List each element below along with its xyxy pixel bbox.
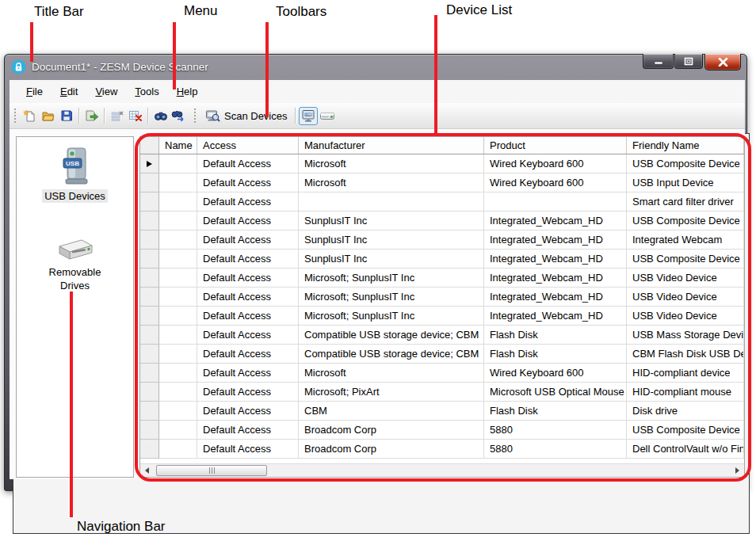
cell-manufacturer[interactable]: Microsoft; PixArt: [299, 383, 484, 402]
cell-friendly-name[interactable]: Integrated Webcam: [627, 230, 744, 250]
cell-name[interactable]: [159, 326, 197, 345]
scrollbar-thumb[interactable]: [156, 465, 267, 476]
cell-friendly-name[interactable]: Disk drive: [627, 402, 744, 421]
cell-friendly-name[interactable]: USB Video Device: [627, 269, 744, 288]
cell-product[interactable]: Integrated_Webcam_HD: [484, 211, 627, 230]
cell-friendly-name[interactable]: USB Composite Device: [627, 154, 744, 173]
cell-manufacturer[interactable]: [299, 192, 484, 211]
cell-manufacturer[interactable]: SunplusIT Inc: [299, 211, 484, 230]
table-row[interactable]: Default AccessMicrosoft; PixArtMicrosoft…: [140, 383, 744, 402]
cell-friendly-name[interactable]: HID-compliant mouse: [627, 383, 744, 402]
cell-friendly-name[interactable]: Dell ControlVault w/o Fin: [627, 440, 744, 459]
table-row[interactable]: Default AccessSunplusIT IncIntegrated_We…: [140, 250, 744, 269]
cell-product[interactable]: Microsoft USB Optical Mouse: [484, 383, 627, 402]
cell-manufacturer[interactable]: Broadcom Corp: [299, 421, 484, 440]
cell-access[interactable]: Default Access: [197, 307, 299, 326]
cell-friendly-name[interactable]: HID-compliant device: [627, 364, 744, 383]
table-row[interactable]: Default AccessMicrosoftWired Keyboard 60…: [140, 154, 744, 173]
cell-friendly-name[interactable]: Smart card filter driver: [627, 192, 744, 211]
cell-manufacturer[interactable]: Microsoft: [299, 173, 484, 192]
minimize-button[interactable]: [643, 54, 674, 69]
title-bar[interactable]: Document1* - ZESM Device Scanner: [4, 54, 747, 80]
cell-access[interactable]: Default Access: [197, 440, 299, 459]
cell-name[interactable]: [159, 440, 197, 459]
cell-friendly-name[interactable]: USB Composite Device: [627, 211, 744, 230]
header-friendly-name[interactable]: Friendly Name: [627, 137, 744, 154]
cell-name[interactable]: [159, 364, 197, 383]
table-row[interactable]: Default AccessMicrosoftWired Keyboard 60…: [140, 364, 744, 383]
find-button[interactable]: [151, 107, 170, 125]
row-selector[interactable]: [140, 326, 159, 345]
table-row[interactable]: Default AccessCBMFlash DiskDisk drive: [140, 402, 744, 421]
new-document-button[interactable]: [21, 107, 39, 125]
cell-name[interactable]: [159, 250, 197, 269]
row-selector[interactable]: [140, 211, 159, 230]
cell-friendly-name[interactable]: USB Video Device: [627, 307, 744, 326]
horizontal-scrollbar[interactable]: [140, 463, 744, 477]
cell-manufacturer[interactable]: Compatible USB storage device; CBM: [299, 345, 484, 364]
cell-friendly-name[interactable]: USB Composite Device: [627, 421, 744, 440]
header-product[interactable]: Product: [484, 137, 627, 154]
cell-name[interactable]: [159, 307, 197, 326]
table-row[interactable]: Default AccessBroadcom Corp5880Dell Cont…: [140, 440, 744, 459]
cell-name[interactable]: [159, 421, 197, 440]
row-selector[interactable]: [140, 250, 159, 269]
sidebar-item-usb-devices[interactable]: USB USB Devices: [17, 147, 133, 203]
row-selector[interactable]: [140, 173, 159, 192]
cell-manufacturer[interactable]: Microsoft; SunplusIT Inc: [299, 307, 484, 326]
table-row[interactable]: Default AccessMicrosoft; SunplusIT IncIn…: [140, 307, 744, 326]
cell-name[interactable]: [159, 154, 197, 173]
cell-access[interactable]: Default Access: [197, 173, 299, 192]
cell-manufacturer[interactable]: Microsoft; SunplusIT Inc: [299, 288, 484, 307]
row-selector[interactable]: [140, 307, 159, 326]
row-selector[interactable]: [140, 230, 159, 250]
cell-name[interactable]: [159, 402, 197, 421]
export-button[interactable]: [82, 107, 101, 125]
cell-product[interactable]: Integrated_Webcam_HD: [484, 269, 627, 288]
delete-grid-button[interactable]: [126, 107, 144, 125]
scroll-left-button[interactable]: [140, 464, 154, 477]
cell-access[interactable]: Default Access: [197, 288, 299, 307]
cell-product[interactable]: Wired Keyboard 600: [484, 364, 627, 383]
cell-product[interactable]: 5880: [484, 421, 627, 440]
cell-access[interactable]: Default Access: [197, 345, 299, 364]
cell-product[interactable]: Integrated_Webcam_HD: [484, 250, 627, 269]
cell-product[interactable]: [484, 192, 627, 211]
row-selector[interactable]: [140, 440, 159, 459]
table-row[interactable]: Default AccessSunplusIT IncIntegrated_We…: [140, 211, 744, 230]
save-button[interactable]: [57, 107, 75, 125]
cell-name[interactable]: [159, 192, 197, 211]
table-row[interactable]: Default AccessMicrosoftWired Keyboard 60…: [140, 173, 744, 192]
table-row[interactable]: Default AccessMicrosoft; SunplusIT IncIn…: [140, 288, 744, 307]
toolbar-grip[interactable]: [194, 109, 197, 123]
table-row[interactable]: Default AccessSunplusIT IncIntegrated_We…: [140, 230, 744, 250]
cell-access[interactable]: Default Access: [197, 211, 299, 230]
cell-friendly-name[interactable]: CBM Flash Disk USB Dev: [627, 345, 744, 364]
cell-access[interactable]: Default Access: [197, 364, 299, 383]
cell-product[interactable]: Integrated_Webcam_HD: [484, 230, 627, 250]
cell-manufacturer[interactable]: CBM: [299, 402, 484, 421]
cell-access[interactable]: Default Access: [197, 192, 299, 211]
cell-product[interactable]: Wired Keyboard 600: [484, 173, 627, 192]
close-button[interactable]: [704, 54, 741, 70]
cell-product[interactable]: Integrated_Webcam_HD: [484, 307, 627, 326]
cell-access[interactable]: Default Access: [197, 269, 299, 288]
table-row[interactable]: Default AccessSmart card filter driver: [140, 192, 744, 211]
menu-edit[interactable]: Edit: [52, 82, 86, 101]
menu-file[interactable]: File: [17, 82, 52, 101]
find-next-button[interactable]: [170, 107, 188, 125]
cell-manufacturer[interactable]: Microsoft: [299, 154, 484, 173]
table-row[interactable]: Default AccessCompatible USB storage dev…: [140, 345, 744, 364]
cell-friendly-name[interactable]: USB Mass Storage Device: [627, 326, 744, 345]
scan-devices-button[interactable]: Scan Devices: [200, 107, 292, 125]
cell-friendly-name[interactable]: USB Input Device: [627, 173, 744, 192]
remove-row-button[interactable]: [108, 107, 126, 125]
cell-access[interactable]: Default Access: [197, 383, 299, 402]
cell-product[interactable]: 5880: [484, 440, 627, 459]
table-row[interactable]: Default AccessMicrosoft; SunplusIT IncIn…: [140, 269, 744, 288]
cell-access[interactable]: Default Access: [197, 402, 299, 421]
cell-product[interactable]: Integrated_Webcam_HD: [484, 288, 627, 307]
header-access[interactable]: Access: [197, 137, 299, 154]
cell-name[interactable]: [159, 345, 197, 364]
cell-manufacturer[interactable]: Microsoft; SunplusIT Inc: [299, 269, 484, 288]
